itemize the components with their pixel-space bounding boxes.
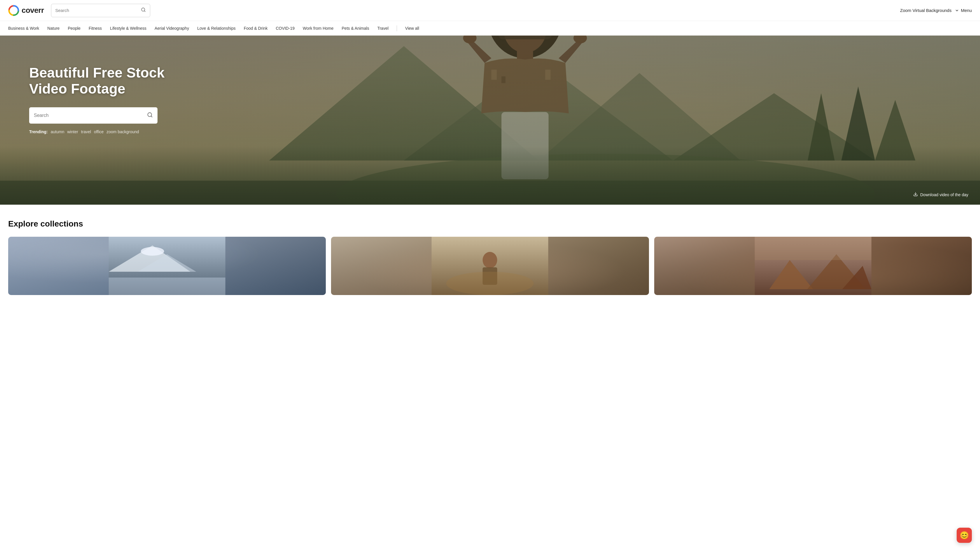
nav-item-food-drink[interactable]: Food & Drink — [244, 25, 268, 32]
main-nav: Business & Work Nature People Fitness Li… — [0, 21, 980, 36]
nav-item-pets-animals[interactable]: Pets & Animals — [342, 25, 369, 32]
collection-card-3[interactable] — [654, 237, 972, 295]
svg-line-28 — [151, 116, 152, 117]
nav-item-fitness[interactable]: Fitness — [89, 25, 102, 32]
trending-tag-office[interactable]: office — [94, 129, 103, 134]
hero-mountains-overlay — [0, 146, 980, 205]
collections-section: Explore collections — [0, 205, 980, 307]
nav-item-love-relationships[interactable]: Love & Relationships — [197, 25, 235, 32]
header-search-input[interactable] — [56, 8, 138, 13]
menu-button[interactable]: Menu — [955, 8, 972, 13]
download-video-day[interactable]: Download video of the day — [913, 192, 968, 198]
collection-card-3-overlay — [654, 237, 972, 295]
download-icon — [913, 192, 918, 198]
nav-item-aerial-videography[interactable]: Aerial Videography — [154, 25, 189, 32]
logo-text: coverr — [22, 6, 44, 15]
svg-rect-33 — [109, 278, 226, 295]
trending-area: Trending: autumn winter travel office zo… — [29, 129, 951, 134]
svg-point-38 — [446, 272, 534, 295]
nav-view-all[interactable]: View all — [405, 26, 419, 30]
collection-card-3-svg — [654, 237, 972, 295]
collections-grid — [8, 237, 972, 295]
zoom-bg-link[interactable]: Zoom Virtual Backgrounds — [900, 8, 951, 13]
hero-title-line2: Video Footage — [29, 81, 126, 97]
nav-item-covid-19[interactable]: COVID-19 — [275, 25, 294, 32]
hero-search-input[interactable] — [34, 113, 147, 118]
collection-card-1-overlay — [8, 237, 326, 295]
header: coverr Zoom Virtual Backgrounds Menu — [0, 0, 980, 21]
collection-card-2[interactable] — [331, 237, 649, 295]
hero-search-icon[interactable] — [147, 112, 153, 119]
trending-tag-travel[interactable]: travel — [81, 129, 91, 134]
hero-section: Beautiful Free Stock Video Footage Trend… — [0, 36, 980, 205]
svg-line-1 — [144, 11, 145, 11]
collection-card-1[interactable] — [8, 237, 326, 295]
svg-point-34 — [141, 247, 164, 256]
collection-card-2-svg — [331, 237, 649, 295]
logo[interactable]: coverr — [8, 5, 44, 16]
collection-card-2-overlay — [331, 237, 649, 295]
nav-item-business-work[interactable]: Business & Work — [8, 25, 39, 32]
hero-content: Beautiful Free Stock Video Footage Trend… — [0, 36, 980, 134]
nav-item-people[interactable]: People — [68, 25, 81, 32]
download-day-label: Download video of the day — [920, 192, 968, 197]
trending-tag-autumn[interactable]: autumn — [51, 129, 64, 134]
trending-label: Trending: — [29, 129, 48, 134]
trending-tag-winter[interactable]: winter — [67, 129, 78, 134]
svg-rect-43 — [754, 237, 871, 260]
header-search-bar[interactable] — [51, 4, 150, 17]
nav-item-travel[interactable]: Travel — [377, 25, 388, 32]
hero-title-line1: Beautiful Free Stock — [29, 65, 164, 81]
nav-item-nature[interactable]: Nature — [47, 25, 59, 32]
svg-point-36 — [483, 252, 497, 268]
menu-label: Menu — [961, 8, 972, 13]
logo-icon — [8, 5, 19, 16]
header-right: Zoom Virtual Backgrounds Menu — [900, 8, 972, 13]
header-search-icon[interactable] — [141, 7, 146, 14]
nav-item-lifestyle-wellness[interactable]: Lifestyle & Wellness — [110, 25, 146, 32]
trending-tag-zoom-background[interactable]: zoom background — [107, 129, 139, 134]
hero-title: Beautiful Free Stock Video Footage — [29, 65, 181, 97]
nav-item-work-from-home[interactable]: Work from Home — [303, 25, 334, 32]
collections-title: Explore collections — [8, 219, 972, 229]
hero-search-bar[interactable] — [29, 107, 158, 124]
collection-card-1-svg — [8, 237, 326, 295]
